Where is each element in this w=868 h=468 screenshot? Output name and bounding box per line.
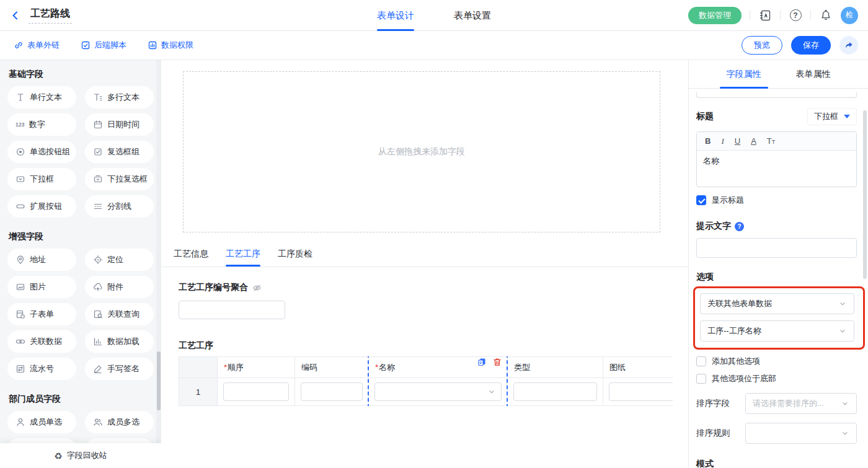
panel-scrollbar-thumb[interactable] bbox=[863, 110, 867, 279]
field-member-single[interactable]: 成员单选 bbox=[7, 411, 76, 433]
field-location[interactable]: 定位 bbox=[85, 249, 154, 271]
active-tab-underline bbox=[377, 29, 414, 31]
field-datetime[interactable]: 日期时间 bbox=[85, 113, 154, 136]
checkbox-unchecked[interactable] bbox=[696, 356, 706, 366]
field-linked-query[interactable]: 关联查询 bbox=[85, 303, 154, 325]
form-canvas: 从左侧拖拽来添加字段 工艺信息 工艺工序 工序质检 工艺工序编号聚合 工艺工序 bbox=[161, 60, 688, 468]
hint-text-input[interactable] bbox=[696, 238, 857, 258]
preview-button[interactable]: 预览 bbox=[742, 36, 782, 55]
option-field-select[interactable]: 工序--工序名称 bbox=[700, 320, 854, 342]
field-single-line-text[interactable]: 单行文本 bbox=[7, 86, 76, 108]
drawing-input[interactable] bbox=[609, 382, 673, 401]
annotation-red-box: 关联其他表单数据 工序--工序名称 bbox=[693, 286, 865, 350]
type-input[interactable] bbox=[513, 382, 597, 401]
caret-down-icon bbox=[844, 115, 850, 118]
field-image[interactable]: 图片 bbox=[7, 276, 76, 298]
italic-button[interactable]: I bbox=[721, 136, 724, 146]
member-single-icon bbox=[16, 417, 25, 427]
tab-form-design[interactable]: 表单设计 bbox=[377, 0, 414, 31]
help-icon[interactable]: ? bbox=[789, 9, 802, 22]
title-value-input[interactable]: 名称 bbox=[697, 151, 856, 187]
rich-text-toolbar: B I U A TT bbox=[697, 132, 856, 151]
field-number[interactable]: 123 数字 bbox=[7, 113, 76, 136]
serial-number-icon bbox=[16, 364, 25, 374]
external-link-button[interactable]: 表单外链 bbox=[14, 40, 60, 51]
show-title-checkbox-row[interactable]: 显示标题 bbox=[696, 195, 857, 206]
data-load-icon bbox=[93, 337, 103, 347]
field-data-load[interactable]: 数据加载 bbox=[85, 330, 154, 353]
avatar[interactable]: 检 bbox=[841, 7, 858, 24]
data-manage-button[interactable]: 数据管理 bbox=[688, 7, 742, 24]
tab-process-info[interactable]: 工艺信息 bbox=[174, 249, 208, 267]
expand-button-icon bbox=[16, 201, 25, 211]
tab-process-steps[interactable]: 工艺工序 bbox=[226, 249, 260, 267]
sort-field-select[interactable]: 请选择需要排序的... bbox=[745, 393, 857, 414]
row-index-cell: 1 bbox=[179, 378, 218, 405]
checkbox-unchecked[interactable] bbox=[696, 374, 706, 384]
tab-form-settings[interactable]: 表单设置 bbox=[454, 0, 491, 31]
sidebar-scrollbar-thumb[interactable] bbox=[157, 351, 161, 410]
mode-label: 模式 bbox=[696, 459, 857, 467]
order-input[interactable] bbox=[223, 382, 289, 401]
field-serial-number[interactable]: 流水号 bbox=[7, 358, 76, 380]
option-source-select[interactable]: 关联其他表单数据 bbox=[700, 293, 854, 314]
field-radio-group[interactable]: 单选按钮组 bbox=[7, 141, 76, 163]
subform-table: *顺序 编码 *名称 类型 图纸 1 bbox=[179, 356, 673, 406]
subform-icon bbox=[16, 309, 25, 319]
column-header-order[interactable]: *顺序 bbox=[218, 357, 295, 378]
field-checkbox-group[interactable]: 复选框组 bbox=[85, 141, 154, 163]
field-select[interactable]: 下拉框 bbox=[7, 168, 76, 190]
sort-field-label: 排序字段 bbox=[696, 398, 730, 409]
data-permission-button[interactable]: 数据权限 bbox=[148, 40, 193, 51]
name-select[interactable] bbox=[374, 382, 502, 401]
form-title[interactable]: 工艺路线 bbox=[29, 7, 72, 24]
other-option-bottom-row[interactable]: 其他选项位于底部 bbox=[696, 373, 857, 384]
field-subform[interactable]: 子表单 bbox=[7, 303, 76, 325]
hint-help-icon[interactable]: ? bbox=[735, 222, 744, 231]
divider bbox=[780, 11, 781, 20]
underline-button[interactable]: U bbox=[735, 136, 740, 146]
column-header-drawing[interactable]: 图纸 bbox=[603, 357, 673, 378]
tab-field-properties[interactable]: 字段属性 bbox=[727, 60, 761, 89]
copy-column-icon[interactable] bbox=[477, 357, 487, 367]
add-other-option-row[interactable]: 添加其他选项 bbox=[696, 356, 857, 367]
widget-type-select[interactable]: 下拉框 bbox=[807, 108, 857, 125]
field-recycle-bin-button[interactable]: ♻ 字段回收站 bbox=[0, 443, 161, 468]
save-button[interactable]: 保存 bbox=[791, 36, 831, 55]
drop-zone[interactable]: 从左侧拖拽来添加字段 bbox=[183, 71, 660, 232]
chevron-down-icon bbox=[838, 299, 847, 308]
contact-book-icon[interactable] bbox=[758, 9, 772, 22]
select-icon bbox=[16, 174, 25, 184]
sort-rule-select[interactable] bbox=[745, 423, 857, 444]
field-multi-select[interactable]: 下拉复选框 bbox=[85, 168, 154, 190]
field-multi-line-text[interactable]: 多行文本 bbox=[85, 86, 154, 108]
font-color-button[interactable]: A bbox=[751, 136, 756, 146]
back-icon[interactable] bbox=[9, 9, 22, 22]
bold-button[interactable]: B bbox=[705, 136, 711, 146]
share-button[interactable] bbox=[839, 36, 858, 55]
checkbox-checked[interactable] bbox=[696, 195, 706, 205]
field-member-multi[interactable]: 成员多选 bbox=[85, 411, 154, 433]
column-header-code[interactable]: 编码 bbox=[295, 357, 369, 378]
eye-off-icon[interactable] bbox=[252, 283, 262, 293]
properties-panel: 字段属性 表单属性 标题 下拉框 B I U A bbox=[688, 60, 868, 468]
field-divider[interactable]: 分割线 bbox=[85, 195, 154, 218]
tab-form-properties[interactable]: 表单属性 bbox=[796, 60, 831, 89]
field-address[interactable]: 地址 bbox=[7, 249, 76, 271]
code-input[interactable] bbox=[301, 382, 363, 401]
cell-code bbox=[295, 378, 369, 405]
tab-step-quality-check[interactable]: 工序质检 bbox=[278, 249, 312, 267]
options-label: 选项 bbox=[696, 272, 857, 283]
field-expand-button[interactable]: 扩展按钮 bbox=[7, 195, 76, 218]
backend-script-button[interactable]: 后端脚本 bbox=[81, 40, 126, 51]
signature-icon bbox=[93, 364, 103, 374]
column-header-type[interactable]: 类型 bbox=[508, 357, 603, 378]
field-signature[interactable]: 手写签名 bbox=[85, 358, 154, 380]
drop-zone-placeholder: 从左侧拖拽来添加字段 bbox=[378, 146, 465, 157]
font-size-button[interactable]: TT bbox=[767, 136, 775, 146]
field-linked-data[interactable]: 关联数据 bbox=[7, 330, 76, 353]
field-attachment[interactable]: 附件 bbox=[85, 276, 154, 298]
delete-column-icon[interactable] bbox=[492, 357, 502, 367]
notification-bell-icon[interactable] bbox=[819, 9, 833, 22]
aggregate-field-input[interactable] bbox=[179, 301, 285, 319]
